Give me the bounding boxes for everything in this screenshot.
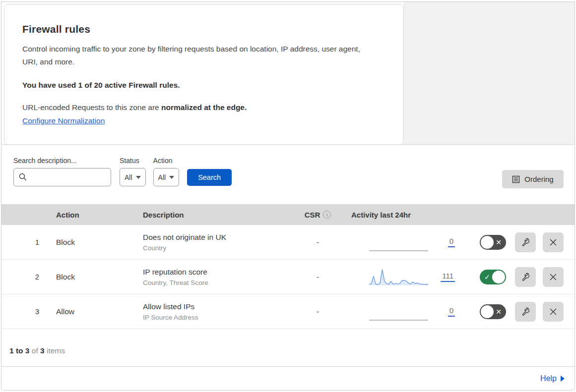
filter-bar: Search description... Status All: [1, 145, 575, 204]
status-filter-value: All: [125, 173, 132, 181]
column-header-description: Description: [133, 211, 292, 219]
rule-activity-count[interactable]: 111: [441, 272, 455, 282]
pagination-summary: 1 to 3 of 3 items: [1, 329, 575, 366]
rules-table-header: Action Description CSR Activity last 24h…: [1, 204, 575, 225]
normalization-prefix: URL-encoded Requests to this zone are: [22, 103, 161, 112]
wrench-icon: [521, 307, 530, 316]
delete-rule-button[interactable]: [543, 302, 564, 322]
header-card: Firewall rules Control incoming traffic …: [4, 4, 404, 145]
rule-activity-count[interactable]: 0: [448, 306, 455, 317]
rule-csr-value: -: [292, 273, 344, 281]
chevron-down-icon: [136, 176, 141, 179]
rule-action: Block: [46, 238, 133, 247]
ordering-list-icon: [512, 175, 520, 183]
status-filter-label: Status: [120, 157, 146, 165]
delete-rule-button[interactable]: [543, 232, 564, 252]
rule-priority: 3: [1, 307, 46, 316]
wrench-icon: [521, 273, 530, 281]
status-filter-dropdown[interactable]: All: [120, 168, 146, 186]
firewall-rules-page: Create firewall rule Create mTLS rule Fi…: [1, 1, 575, 391]
page-description: Control incoming traffic to your zone by…: [22, 43, 375, 68]
rule-description: IP reputation score: [143, 268, 292, 277]
action-filter-dropdown[interactable]: All: [153, 168, 180, 186]
rule-expression: Country, Threat Score: [143, 279, 292, 286]
toggle-state-icon: [496, 304, 502, 319]
rule-enabled-toggle[interactable]: [480, 235, 506, 250]
close-icon: [549, 308, 557, 316]
help-label: Help: [540, 374, 557, 383]
configure-normalization-link[interactable]: Configure Normalization: [22, 116, 105, 125]
column-header-action: Action: [46, 211, 133, 219]
pagination-items: items: [45, 346, 65, 355]
close-icon: [549, 238, 557, 246]
pagination-total: 3: [40, 346, 45, 355]
rule-action: Block: [46, 273, 133, 281]
ordering-button-label: Ordering: [524, 175, 553, 183]
close-icon: [549, 273, 557, 281]
rule-enabled-toggle[interactable]: [480, 270, 506, 284]
column-header-activity: Activity last 24hr: [344, 211, 468, 219]
edit-rule-button[interactable]: [515, 302, 536, 322]
ordering-button[interactable]: Ordering: [502, 170, 564, 188]
rule-csr-value: -: [292, 238, 344, 246]
rule-csr-value: -: [292, 307, 344, 316]
rule-activity-sparkline: [369, 232, 429, 253]
rule-priority: 2: [1, 273, 46, 281]
rule-enabled-toggle[interactable]: [480, 304, 506, 319]
rule-row: 3 Allow Allow listed IPs IP Source Addre…: [1, 294, 575, 329]
normalization-note: URL-encoded Requests to this zone are no…: [22, 103, 384, 112]
arrow-right-icon: [561, 376, 565, 382]
normalization-bold: normalized at the edge.: [161, 103, 247, 112]
search-button[interactable]: Search: [187, 169, 232, 186]
action-filter-label: Action: [153, 157, 180, 165]
wrench-icon: [521, 238, 530, 247]
rule-activity-sparkline: [369, 301, 429, 322]
search-label: Search description...: [13, 157, 111, 165]
toggle-knob: [481, 236, 494, 249]
chevron-down-icon: [169, 176, 174, 179]
help-bar: Help: [1, 366, 575, 390]
rule-description: Does not originate in UK: [143, 233, 292, 242]
page-title: Firewall rules: [22, 23, 384, 35]
header-side-panel: Create firewall rule Create mTLS rule: [403, 2, 575, 144]
action-filter-value: All: [158, 173, 166, 181]
help-link[interactable]: Help: [540, 374, 565, 383]
toggle-knob: [481, 305, 494, 318]
pagination-of: of: [29, 346, 40, 355]
rule-priority: 1: [1, 238, 46, 246]
rule-description: Allow listed IPs: [143, 302, 292, 311]
page-header-section: Create firewall rule Create mTLS rule Fi…: [1, 2, 575, 145]
usage-note: You have used 1 of 20 active Firewall ru…: [22, 81, 384, 90]
search-input[interactable]: [13, 168, 111, 186]
edit-rule-button[interactable]: [515, 267, 536, 287]
toggle-knob: [492, 271, 505, 283]
pagination-range: 1 to 3: [9, 346, 29, 355]
search-icon: [19, 173, 27, 181]
rule-expression: Country: [143, 244, 292, 252]
edit-rule-button[interactable]: [515, 232, 536, 252]
rule-activity-sparkline: [369, 267, 429, 287]
column-header-csr: CSR: [305, 211, 320, 219]
rule-expression: IP Source Address: [143, 314, 292, 321]
rule-row: 2 Block IP reputation score Country, Thr…: [1, 260, 575, 294]
toggle-state-icon: [484, 270, 490, 284]
delete-rule-button[interactable]: [543, 267, 564, 287]
rule-action: Allow: [46, 307, 133, 316]
rules-table-body: 1 Block Does not originate in UK Country…: [1, 225, 575, 329]
csr-info-icon[interactable]: [323, 211, 331, 219]
rule-activity-count[interactable]: 0: [448, 237, 455, 247]
rule-row: 1 Block Does not originate in UK Country…: [1, 225, 575, 260]
toggle-state-icon: [496, 235, 502, 250]
